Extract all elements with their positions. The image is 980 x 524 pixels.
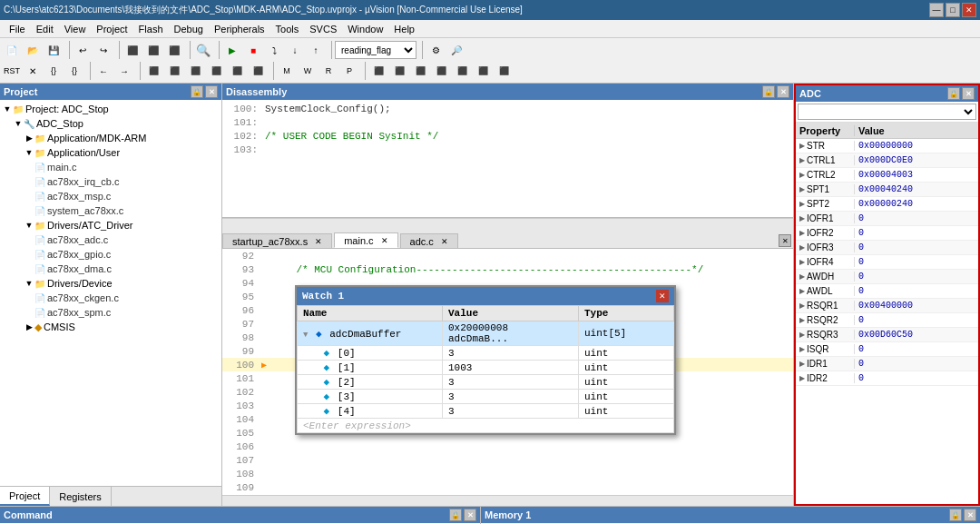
tree-mdk-arm[interactable]: ▶ 📁 Application/MDK-ARM	[2, 131, 220, 145]
adc-expand-iofr1[interactable]: ▶	[799, 214, 805, 222]
toolbar2-extra1[interactable]: ⬛	[368, 62, 388, 80]
file-tab-startup[interactable]: startup_ac78xx.s ✕	[222, 233, 332, 248]
toolbar2-extra6[interactable]: ⬛	[473, 62, 493, 80]
download-button[interactable]: ⬛	[164, 41, 184, 59]
step-into-button[interactable]: ↓	[285, 41, 305, 59]
adc-expand-rsqr2[interactable]: ▶	[799, 316, 805, 324]
editor-close-icon[interactable]: ✕	[779, 234, 791, 247]
toolbar2-extra2[interactable]: ⬛	[389, 62, 409, 80]
tree-toggle-appuser[interactable]: ▼	[24, 147, 34, 158]
new-file-button[interactable]: 📄	[2, 41, 22, 59]
tree-toggle-cmsis[interactable]: ▶	[24, 321, 34, 332]
adc-expand-iofr3[interactable]: ▶	[799, 243, 805, 252]
adc-expand-idr1[interactable]: ▶	[799, 360, 805, 368]
command-lock-icon[interactable]: 🔒	[449, 509, 462, 521]
tree-dma-c[interactable]: 📄 ac78xx_dma.c	[2, 262, 220, 276]
toolbar2-extra7[interactable]: ⬛	[494, 62, 514, 80]
tree-app-user[interactable]: ▼ 📁 Application/User	[2, 145, 220, 160]
command-close-icon[interactable]: ✕	[464, 509, 476, 521]
menu-file[interactable]: File	[4, 22, 31, 36]
adc-expand-str[interactable]: ▶	[799, 142, 805, 150]
memory-close-icon[interactable]: ✕	[964, 509, 976, 521]
toolbar2-peri-btn[interactable]: P	[339, 62, 359, 80]
watch-row-adcdmabuffer[interactable]: ▼ ◆ adcDmaBuffer 0x20000008 adcDmaB... u…	[298, 321, 674, 346]
toolbar2-extra4[interactable]: ⬛	[431, 62, 451, 80]
tree-toggle-atc[interactable]: ▼	[24, 220, 34, 231]
minimize-button[interactable]: —	[929, 3, 944, 17]
toolbar2-btn6[interactable]: →	[114, 62, 134, 80]
rebuild-button[interactable]: ⬛	[143, 41, 163, 59]
open-button[interactable]: 📂	[23, 41, 43, 59]
tree-cmsis[interactable]: ▶ ◆ CMSIS	[2, 320, 220, 334]
menu-tools[interactable]: Tools	[270, 22, 305, 36]
tab-project[interactable]: Project	[0, 487, 50, 506]
tree-ckgen-c[interactable]: 📄 ac78xx_ckgen.c	[2, 291, 220, 305]
undo-button[interactable]: ↩	[73, 41, 93, 59]
adc-expand-spt2[interactable]: ▶	[799, 200, 805, 208]
toolbar2-btn7[interactable]: ⬛	[143, 62, 163, 80]
disassembly-close-icon[interactable]: ✕	[777, 85, 789, 98]
redo-button[interactable]: ↪	[93, 41, 113, 59]
tree-toggle-device[interactable]: ▼	[24, 278, 34, 289]
tree-adcstop[interactable]: ▼ 🔧 ADC_Stop	[2, 116, 220, 131]
toolbar2-reg-btn[interactable]: R	[318, 62, 338, 80]
adc-close-icon[interactable]: ✕	[962, 87, 975, 100]
tree-main-c[interactable]: 📄 main.c	[2, 160, 220, 174]
adc-device-select[interactable]	[798, 104, 976, 120]
source-hscroll[interactable]	[222, 495, 793, 506]
menu-svcs[interactable]: SVCS	[304, 22, 342, 36]
menu-flash[interactable]: Flash	[133, 22, 169, 36]
toolbar2-extra3[interactable]: ⬛	[410, 62, 430, 80]
tree-toggle-adcstop[interactable]: ▼	[13, 118, 24, 129]
watch-close-button[interactable]: ✕	[656, 290, 669, 302]
adc-expand-iofr4[interactable]: ▶	[799, 258, 805, 266]
toolbar2-btn10[interactable]: ⬛	[206, 62, 226, 80]
file-tab-main[interactable]: main.c ✕	[334, 232, 397, 248]
file-tab-adc-close[interactable]: ✕	[441, 237, 448, 246]
file-tab-main-close[interactable]: ✕	[381, 236, 388, 245]
tree-device[interactable]: ▼ 📁 Drivers/Device	[2, 276, 220, 291]
adc-expand-isqr[interactable]: ▶	[799, 345, 805, 353]
tree-adc-c[interactable]: 📄 ac78xx_adc.c	[2, 232, 220, 247]
watch-row-expr[interactable]: <Enter expression>	[298, 419, 674, 433]
save-button[interactable]: 💾	[44, 41, 64, 59]
toolbar2-btn4[interactable]: {}	[64, 62, 84, 80]
disasm-hscroll[interactable]	[222, 218, 793, 229]
tree-gpio-c[interactable]: 📄 ac78xx_gpio.c	[2, 247, 220, 262]
step-over-button[interactable]: ⤵	[264, 41, 284, 59]
toolbar2-btn8[interactable]: ⬛	[164, 62, 184, 80]
watch-combo[interactable]: reading_flag	[335, 41, 416, 59]
menu-project[interactable]: Project	[91, 22, 132, 36]
adc-expand-spt1[interactable]: ▶	[799, 185, 805, 193]
adc-expand-awdh[interactable]: ▶	[799, 272, 805, 281]
settings-button[interactable]: ⚙	[426, 41, 446, 59]
adc-expand-rsqr1[interactable]: ▶	[799, 302, 805, 310]
tree-system-c[interactable]: 📄 system_ac78xx.c	[2, 203, 220, 218]
stop-button[interactable]: ■	[243, 41, 263, 59]
watch-row-1[interactable]: ◆ [1] 1003 uint	[298, 361, 674, 375]
tree-atc-driver[interactable]: ▼ 📁 Drivers/ATC_Driver	[2, 218, 220, 232]
toolbar2-btn5[interactable]: ←	[93, 62, 113, 80]
build-button[interactable]: ⬛	[122, 41, 142, 59]
menu-help[interactable]: Help	[388, 22, 420, 36]
disassembly-lock-icon[interactable]: 🔒	[762, 85, 775, 98]
toolbar2-btn11[interactable]: ⬛	[227, 62, 247, 80]
maximize-button[interactable]: □	[946, 3, 960, 17]
adc-expand-idr2[interactable]: ▶	[799, 374, 805, 382]
watch-row-0[interactable]: ◆ [0] 3 uint	[298, 346, 674, 361]
toolbar2-mem-btn[interactable]: M	[277, 62, 297, 80]
menu-peripherals[interactable]: Peripherals	[209, 22, 270, 36]
file-tab-startup-close[interactable]: ✕	[315, 237, 322, 246]
tree-spm-c[interactable]: 📄 ac78xx_spm.c	[2, 305, 220, 320]
adc-expand-ctrl2[interactable]: ▶	[799, 171, 805, 179]
toolbar2-btn9[interactable]: ⬛	[185, 62, 205, 80]
menu-edit[interactable]: Edit	[31, 22, 59, 36]
memory-lock-icon[interactable]: 🔒	[949, 509, 962, 521]
panel-close-icon[interactable]: ✕	[205, 85, 218, 98]
watch-row-3[interactable]: ◆ [3] 3 uint	[298, 390, 674, 404]
close-button[interactable]: ✕	[962, 3, 976, 17]
adc-expand-iofr2[interactable]: ▶	[799, 229, 805, 237]
debug-button[interactable]: 🔍	[193, 41, 213, 59]
tree-irq-c[interactable]: 📄 ac78xx_irq_cb.c	[2, 174, 220, 189]
menu-debug[interactable]: Debug	[169, 22, 209, 36]
